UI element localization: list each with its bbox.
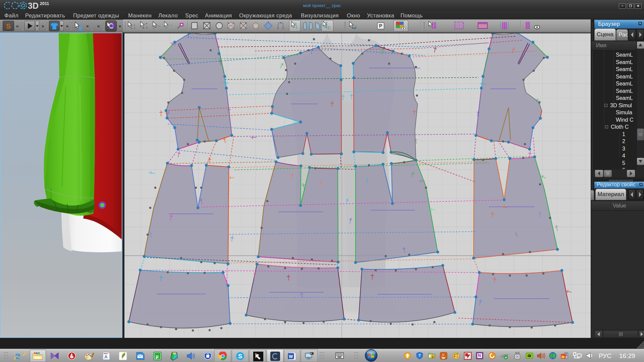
svg-text:N: N (478, 353, 481, 358)
svg-text:S: S (238, 353, 242, 360)
svg-text:µ: µ (156, 353, 159, 359)
svg-text:P: P (379, 23, 382, 28)
svg-text:2011: 2011 (40, 1, 49, 6)
svg-text:W: W (289, 354, 293, 359)
svg-text:2: 2 (432, 355, 434, 359)
svg-text:?: ? (418, 353, 421, 358)
svg-text:A: A (104, 354, 108, 359)
svg-text:3D: 3D (28, 1, 39, 10)
